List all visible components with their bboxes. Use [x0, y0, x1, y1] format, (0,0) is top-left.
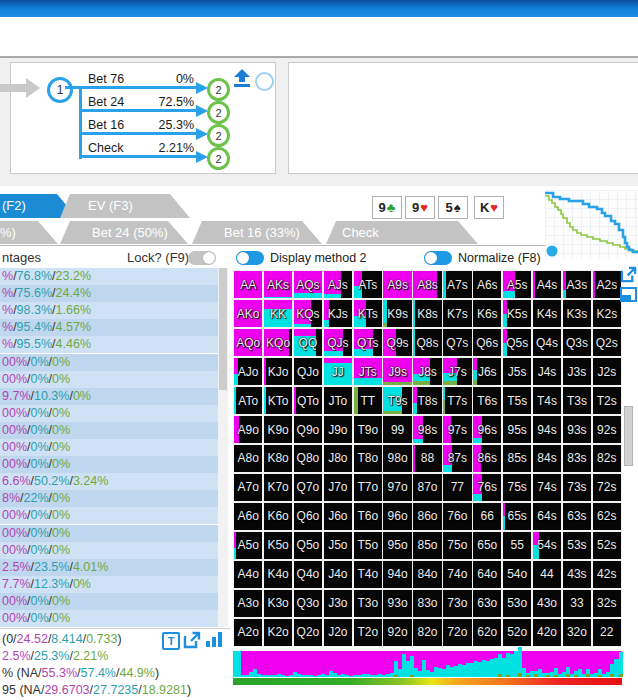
tree-node-root[interactable]: 1: [47, 77, 73, 103]
frequency-row[interactable]: 00%/0%/0%: [0, 439, 218, 456]
hand-cell-A4s[interactable]: A4s: [533, 271, 561, 298]
chart-view-icon[interactable]: [206, 632, 222, 647]
hand-cell-AQo[interactable]: AQo: [234, 329, 262, 356]
hand-cell-65o[interactable]: 65o: [473, 532, 501, 559]
hand-cell-T9s[interactable]: T9s: [383, 387, 411, 414]
hand-cell-98s[interactable]: 98s: [413, 416, 441, 443]
frequency-row[interactable]: 00%/0%/0%: [0, 593, 218, 610]
hand-cell-T7o[interactable]: T7o: [354, 474, 382, 501]
hand-cell-J2o[interactable]: J2o: [324, 619, 352, 646]
hand-cell-62o[interactable]: 62o: [473, 619, 501, 646]
frequency-row[interactable]: 6.6%/50.2%/3.24%: [0, 473, 218, 490]
frequency-row[interactable]: 00%/0%/0%: [0, 507, 218, 524]
hand-cell-ATs[interactable]: ATs: [354, 271, 382, 298]
hand-cell-93s[interactable]: 93s: [563, 416, 591, 443]
hand-cell-74s[interactable]: 74s: [533, 474, 561, 501]
hand-cell-84s[interactable]: 84s: [533, 445, 561, 472]
hand-cell-96o[interactable]: 96o: [383, 503, 411, 530]
board-card[interactable]: 9♣: [372, 196, 402, 219]
hand-cell-87o[interactable]: 87o: [413, 474, 441, 501]
hand-cell-K5o[interactable]: K5o: [264, 532, 292, 559]
hand-cell-73s[interactable]: 73s: [563, 474, 591, 501]
frequency-row[interactable]: %/95.4%/4.57%: [0, 319, 218, 336]
hand-cell-J9o[interactable]: J9o: [324, 416, 352, 443]
hand-cell-43o[interactable]: 43o: [533, 590, 561, 617]
frequency-row[interactable]: %/98.3%/1.66%: [0, 302, 218, 319]
hand-cell-A2s[interactable]: A2s: [593, 271, 621, 298]
hand-cell-QQ[interactable]: QQ: [294, 329, 322, 356]
hand-cell-T7s[interactable]: T7s: [443, 387, 471, 414]
hand-cell-53s[interactable]: 53s: [563, 532, 591, 559]
hand-cell-95s[interactable]: 95s: [503, 416, 531, 443]
hand-cell-Q4s[interactable]: Q4s: [533, 329, 561, 356]
hand-cell-QJs[interactable]: QJs: [324, 329, 352, 356]
hand-cell-A8o[interactable]: A8o: [234, 445, 262, 472]
hand-cell-73o[interactable]: 73o: [443, 590, 471, 617]
hand-cell-93o[interactable]: 93o: [383, 590, 411, 617]
hand-cell-A6o[interactable]: A6o: [234, 503, 262, 530]
hand-cell-ATo[interactable]: ATo: [234, 387, 262, 414]
hand-cell-82s[interactable]: 82s: [593, 445, 621, 472]
hand-cell-33[interactable]: 33: [563, 590, 591, 617]
board-card[interactable]: 9♥: [405, 196, 435, 219]
hand-cell-54o[interactable]: 54o: [503, 561, 531, 588]
hand-cell-64s[interactable]: 64s: [533, 503, 561, 530]
text-view-button[interactable]: T: [162, 632, 180, 650]
hand-cell-K8s[interactable]: K8s: [413, 300, 441, 327]
hand-cell-76s[interactable]: 76s: [473, 474, 501, 501]
hand-cell-QTo[interactable]: QTo: [294, 387, 322, 414]
hand-cell-T5o[interactable]: T5o: [354, 532, 382, 559]
hand-cell-T2s[interactable]: T2s: [593, 387, 621, 414]
hand-cell-43s[interactable]: 43s: [563, 561, 591, 588]
hand-cell-Q3s[interactable]: Q3s: [563, 329, 591, 356]
hand-cell-88[interactable]: 88: [413, 445, 441, 472]
hand-cell-96s[interactable]: 96s: [473, 416, 501, 443]
hand-cell-A5o[interactable]: A5o: [234, 532, 262, 559]
normalize-toggle[interactable]: [424, 251, 452, 265]
hand-cell-KTo[interactable]: KTo: [264, 387, 292, 414]
tab-bet16[interactable]: Bet 16 (33%): [192, 221, 322, 244]
hand-cell-T2o[interactable]: T2o: [354, 619, 382, 646]
frequency-row[interactable]: 00%/0%/0%: [0, 456, 218, 473]
hand-cell-72s[interactable]: 72s: [593, 474, 621, 501]
hand-cell-62s[interactable]: 62s: [593, 503, 621, 530]
hand-cell-86s[interactable]: 86s: [473, 445, 501, 472]
hand-cell-TT[interactable]: TT: [354, 387, 382, 414]
hand-cell-T4s[interactable]: T4s: [533, 387, 561, 414]
hand-cell-AJo[interactable]: AJo: [234, 358, 262, 385]
hand-cell-J4o[interactable]: J4o: [324, 561, 352, 588]
hand-cell-63s[interactable]: 63s: [563, 503, 591, 530]
hand-cell-76o[interactable]: 76o: [443, 503, 471, 530]
equity-graph[interactable]: [545, 190, 638, 259]
hand-cell-KTs[interactable]: KTs: [354, 300, 382, 327]
tab-ev[interactable]: EV (F3): [60, 194, 190, 218]
hand-cell-A3o[interactable]: A3o: [234, 590, 262, 617]
hand-cell-AJs[interactable]: AJs: [324, 271, 352, 298]
hand-cell-A2o[interactable]: A2o: [234, 619, 262, 646]
hand-cell-A3s[interactable]: A3s: [563, 271, 591, 298]
hand-cell-AKs[interactable]: AKs: [264, 271, 292, 298]
board-card[interactable]: K♥: [474, 196, 504, 219]
hand-cell-J8s[interactable]: J8s: [413, 358, 441, 385]
hand-cell-AA[interactable]: AA: [234, 271, 262, 298]
hand-cell-J2s[interactable]: J2s: [593, 358, 621, 385]
frequency-row[interactable]: 00%/0%/0%: [0, 405, 218, 422]
hand-cell-AKo[interactable]: AKo: [234, 300, 262, 327]
hand-cell-55[interactable]: 55: [503, 532, 531, 559]
frequency-row[interactable]: %/75.6%/24.4%: [0, 285, 218, 302]
hand-cell-JTo[interactable]: JTo: [324, 387, 352, 414]
hand-cell-Q6s[interactable]: Q6s: [473, 329, 501, 356]
hand-strength-histogram[interactable]: [233, 651, 622, 677]
hand-cell-A5s[interactable]: A5s: [503, 271, 531, 298]
hand-cell-J6s[interactable]: J6s: [473, 358, 501, 385]
hand-cell-Q8o[interactable]: Q8o: [294, 445, 322, 472]
tree-node-child[interactable]: 2: [207, 101, 230, 124]
hand-cell-AQs[interactable]: AQs: [294, 271, 322, 298]
hand-cell-85s[interactable]: 85s: [503, 445, 531, 472]
hand-cell-22[interactable]: 22: [593, 619, 621, 646]
hand-cell-Q8s[interactable]: Q8s: [413, 329, 441, 356]
hand-cell-J6o[interactable]: J6o: [324, 503, 352, 530]
hand-cell-94s[interactable]: 94s: [533, 416, 561, 443]
hand-cell-92o[interactable]: 92o: [383, 619, 411, 646]
frequency-row[interactable]: 00%/0%/0%: [0, 525, 218, 542]
